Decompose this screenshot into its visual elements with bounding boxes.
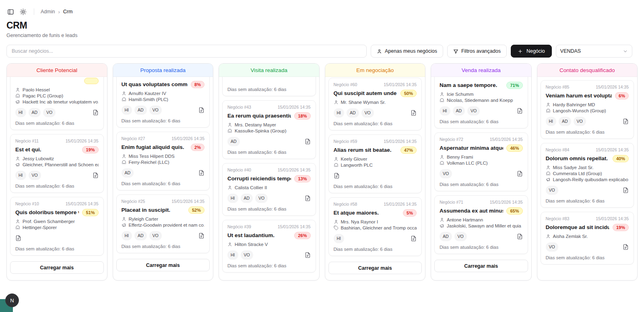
document-icon[interactable] <box>623 187 629 193</box>
deal-tags-row: AD <box>227 137 311 146</box>
document-icon[interactable] <box>411 236 417 242</box>
search-input[interactable] <box>6 45 367 58</box>
deal-title: Ut quas voluptates commo… <box>122 81 188 87</box>
deal-card[interactable]: Negócio #8415/01/2026 14:35Dolorum omnis… <box>541 143 634 208</box>
column-body[interactable]: Negócio #8515/01/2026 14:35Veniam harum … <box>537 77 638 280</box>
column-body[interactable]: Paolo HesselPagac PLC (Group)Hackett Inc… <box>7 77 107 280</box>
tag-chip: HI <box>546 117 557 126</box>
document-icon[interactable] <box>305 138 311 145</box>
deal-id: Negócio #83 <box>546 216 570 221</box>
tag-chip: HI <box>15 108 26 117</box>
deal-info-text: Mrs. Destany Mayer <box>235 122 276 127</box>
document-icon[interactable] <box>198 233 204 239</box>
breadcrumb-admin-link[interactable]: Admin <box>41 9 55 14</box>
document-icon[interactable] <box>517 233 523 240</box>
deal-company: Langosh-Wunsch (Group) <box>546 108 629 113</box>
document-icon[interactable] <box>198 170 204 176</box>
tag-chip: VO <box>467 106 480 116</box>
my-deals-button[interactable]: Apenas meus negócios <box>371 45 443 58</box>
document-icon[interactable] <box>15 235 21 241</box>
load-more-button[interactable]: Carregar mais <box>328 262 422 274</box>
deal-company: Hettinger-Sporer <box>15 225 99 230</box>
deal-card[interactable]: Ut quas voluptates commo…8%Arnulfo Kautz… <box>116 77 210 128</box>
deal-card[interactable]: Negócio #1115/01/2026 14:35Est et qui.19… <box>10 134 104 193</box>
new-deal-label: Negócio <box>526 48 545 54</box>
column-body[interactable]: Ut quas voluptates commo…8%Arnulfo Kautz… <box>113 77 213 280</box>
deal-card[interactable]: Paolo HesselPagac PLC (Group)Hackett Inc… <box>10 77 104 130</box>
deal-card[interactable]: Negócio #4315/01/2026 14:35Ea rerum quia… <box>222 100 316 159</box>
deal-tags-row <box>15 233 99 243</box>
tag-chip: HI <box>227 194 238 203</box>
deal-card[interactable]: Negócio #7115/01/2026 14:35Assumenda ex … <box>434 195 528 254</box>
deal-card[interactable]: Negócio #8515/01/2026 14:35Veniam harum … <box>541 80 634 139</box>
tag-chip: VO <box>440 169 452 178</box>
page-subtitle: Gerenciamento de funis e leads <box>6 33 638 38</box>
stale-days-label: Dias sem atualização: 6 dias <box>546 255 629 260</box>
deal-card[interactable]: Negócio #5815/01/2026 14:35Et atque maio… <box>328 197 422 256</box>
new-deal-button[interactable]: Negócio <box>511 45 552 58</box>
deal-card[interactable]: Negócio #3915/01/2026 14:35Ut est laudan… <box>222 220 316 273</box>
deal-tags-row: HIADVO <box>334 108 417 118</box>
column-body[interactable]: Dias sem atualização: 6 diasNegócio #431… <box>219 77 319 280</box>
deal-contact: Miss Sadye Jast Sr. <box>546 165 629 170</box>
document-icon[interactable] <box>198 107 204 113</box>
deal-card[interactable]: Negócio #1015/01/2026 14:35Quis doloribu… <box>10 197 104 256</box>
tag-chip: VO <box>43 108 56 117</box>
deal-company: Kassulke-Spinka (Group) <box>227 128 311 133</box>
deal-contact: Calista Collier II <box>227 185 311 190</box>
deal-info-text: Langworth PLC <box>341 163 373 167</box>
load-more-button[interactable]: Carregar mais <box>434 260 528 272</box>
deal-title: Quis doloribus tempore vo… <box>15 209 79 215</box>
theme-toggle-button[interactable] <box>19 8 27 16</box>
load-more-button[interactable]: Carregar mais <box>10 261 104 274</box>
document-icon[interactable] <box>334 173 340 179</box>
advanced-filters-button[interactable]: Filtros avançados <box>447 45 507 58</box>
deal-tags-row: HI <box>334 234 417 243</box>
person-icon <box>334 219 339 224</box>
probability-badge: 50% <box>400 90 417 97</box>
avatar[interactable]: N <box>5 293 19 307</box>
tag-chip: AD <box>559 117 571 126</box>
tag-chip: VO <box>361 108 374 118</box>
load-more-button[interactable]: Carregar mais <box>116 259 210 271</box>
document-icon[interactable] <box>517 108 523 114</box>
deal-card[interactable]: Nam a saepe tempore.71%Icie SchummNicola… <box>434 77 528 128</box>
column-body[interactable]: Negócio #6015/01/2026 14:35Qui suscipit … <box>325 77 425 280</box>
deal-title: Veniam harum est voluptat… <box>546 93 612 99</box>
deal-card[interactable]: Negócio #4015/01/2026 14:35Corrupti reic… <box>222 163 316 216</box>
deal-info-text: Benny Frami <box>447 155 473 159</box>
deal-info-text: Hackett Inc ab tenetur voluptatem vo… <box>23 99 99 104</box>
document-icon[interactable] <box>517 171 523 177</box>
probability-badge <box>84 78 99 84</box>
document-icon[interactable] <box>623 118 629 124</box>
deal-card[interactable]: Negócio #7215/01/2026 14:35Aspernatur mi… <box>434 132 528 191</box>
deal-info-text: Hamill-Smith (PLC) <box>129 97 168 102</box>
document-icon[interactable] <box>305 252 311 258</box>
document-icon[interactable] <box>93 110 99 116</box>
document-icon[interactable] <box>93 172 99 178</box>
document-icon[interactable] <box>623 244 629 250</box>
deal-card[interactable]: Negócio #2515/01/2026 14:35Placeat in su… <box>116 194 210 253</box>
person-icon <box>546 234 551 239</box>
deal-id: Negócio #72 <box>440 137 463 142</box>
column-body[interactable]: Nam a saepe tempore.71%Icie SchummNicola… <box>431 77 531 280</box>
document-icon[interactable] <box>411 110 417 116</box>
stale-days-label: Dias sem atualização: 6 dias <box>227 87 311 92</box>
stale-days-label: Dias sem atualização: 6 dias <box>122 244 205 249</box>
deal-card[interactable]: Negócio #2715/01/2026 14:35Enim fugiat a… <box>116 132 210 190</box>
sidebar-toggle-button[interactable] <box>6 8 15 16</box>
deal-card[interactable]: Negócio #5915/01/2026 14:35Alias rerum s… <box>328 134 422 193</box>
deal-meta-row <box>440 77 523 79</box>
board-column: Proposta realizadaUt quas voluptates com… <box>113 63 214 281</box>
deal-card[interactable]: Negócio #6015/01/2026 14:35Qui suscipit … <box>328 78 422 130</box>
megaphone-icon <box>15 162 20 167</box>
deal-tags-row: ADVO <box>440 232 523 241</box>
deal-info-text: Pagac PLC (Group) <box>23 93 63 98</box>
tag-chip: VO <box>574 117 586 126</box>
pipeline-select[interactable]: VENDAS <box>556 45 632 58</box>
deal-card[interactable]: Negócio #8315/01/2026 14:35Doloremque ad… <box>541 212 634 264</box>
deal-card[interactable]: Dias sem atualização: 6 dias <box>222 77 316 96</box>
deal-title-row: Nam a saepe tempore.71% <box>440 81 523 89</box>
deal-company: Hamill-Smith (PLC) <box>122 97 205 102</box>
document-icon[interactable] <box>305 195 311 201</box>
